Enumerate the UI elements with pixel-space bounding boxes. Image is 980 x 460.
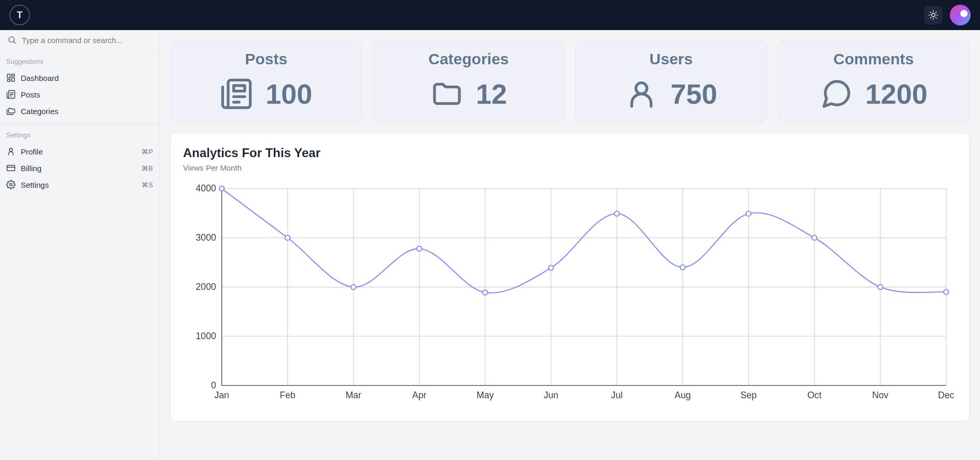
svg-point-69	[680, 265, 685, 270]
svg-point-72	[878, 285, 883, 289]
user-icon	[625, 77, 658, 110]
shortcut: ⌘P	[142, 148, 153, 156]
svg-rect-19	[7, 165, 15, 171]
folders-icon	[6, 106, 16, 116]
sidebar-item-settings[interactable]: Settings ⌘S	[0, 176, 159, 193]
app-logo[interactable]: T	[9, 5, 30, 25]
svg-text:Aug: Aug	[675, 390, 691, 400]
svg-rect-22	[234, 86, 245, 91]
credit-card-icon	[6, 163, 16, 173]
stat-card-users[interactable]: Users 750	[575, 40, 767, 122]
stat-title: Posts	[183, 50, 349, 68]
svg-text:Oct: Oct	[807, 390, 822, 400]
sidebar-item-billing[interactable]: Billing ⌘B	[0, 160, 159, 176]
svg-point-25	[636, 83, 647, 94]
newspaper-icon	[6, 90, 16, 99]
svg-rect-14	[7, 79, 10, 81]
sidebar: Suggestions Dashboard Posts	[0, 30, 160, 460]
stat-value: 1200	[865, 78, 928, 110]
stat-title: Categories	[386, 50, 552, 68]
sidebar-item-label: Billing	[21, 164, 41, 173]
stat-title: Users	[588, 50, 754, 68]
search-input[interactable]	[22, 36, 152, 45]
svg-rect-12	[12, 74, 15, 76]
svg-text:Mar: Mar	[345, 390, 361, 400]
svg-text:3000: 3000	[196, 232, 216, 243]
svg-text:Jul: Jul	[611, 390, 623, 400]
section-label-suggestions: Suggestions	[0, 50, 159, 69]
line-chart: 01000200030004000JanFebMarAprMayJunJulAu…	[183, 182, 957, 409]
svg-line-10	[13, 41, 15, 43]
svg-point-64	[351, 285, 356, 289]
search-icon	[7, 35, 17, 45]
svg-text:Jan: Jan	[214, 390, 229, 400]
svg-text:Feb: Feb	[279, 390, 296, 400]
svg-point-66	[483, 290, 487, 295]
svg-point-70	[746, 211, 751, 216]
stat-value: 12	[476, 78, 507, 110]
sidebar-item-label: Dashboard	[21, 74, 59, 82]
stats-row: Posts 100 Categories	[170, 40, 970, 122]
svg-point-0	[932, 13, 935, 17]
search-row[interactable]	[0, 30, 159, 50]
svg-line-4	[936, 18, 936, 18]
sidebar-item-label: Settings	[21, 180, 49, 189]
stat-value: 100	[265, 78, 312, 110]
sidebar-item-label: Posts	[21, 90, 40, 99]
sidebar-item-profile[interactable]: Profile ⌘P	[0, 143, 159, 160]
shortcut: ⌘S	[142, 181, 153, 189]
stat-card-posts[interactable]: Posts 100	[170, 40, 362, 122]
svg-point-67	[549, 266, 553, 270]
gear-icon	[6, 180, 16, 189]
svg-point-18	[9, 148, 12, 151]
sun-icon	[928, 10, 939, 20]
sidebar-item-label: Profile	[21, 147, 43, 156]
svg-point-65	[417, 246, 422, 251]
theme-toggle[interactable]	[924, 6, 943, 24]
newspaper-icon	[220, 77, 253, 110]
svg-point-73	[944, 289, 948, 294]
stat-card-comments[interactable]: Comments 1200	[778, 40, 970, 122]
sidebar-item-posts[interactable]: Posts	[0, 86, 159, 103]
svg-line-8	[936, 12, 936, 12]
svg-text:Sep: Sep	[740, 390, 757, 400]
section-label-settings: Settings	[0, 124, 159, 143]
svg-point-62	[219, 186, 224, 191]
svg-line-3	[930, 12, 931, 12]
stat-card-categories[interactable]: Categories 12	[373, 40, 565, 122]
sidebar-item-categories[interactable]: Categories	[0, 103, 159, 119]
svg-point-63	[285, 235, 290, 240]
svg-rect-13	[12, 78, 15, 81]
shortcut: ⌘B	[142, 164, 153, 172]
svg-text:2000: 2000	[196, 282, 216, 292]
svg-text:Nov: Nov	[872, 390, 889, 400]
svg-text:4000: 4000	[196, 183, 216, 193]
svg-point-68	[614, 211, 619, 216]
sidebar-item-dashboard[interactable]: Dashboard	[0, 69, 159, 86]
svg-rect-11	[7, 74, 10, 78]
svg-text:Apr: Apr	[412, 390, 427, 400]
user-icon	[6, 147, 16, 156]
svg-line-7	[930, 18, 931, 18]
stat-title: Comments	[791, 50, 957, 68]
chart-subtitle: Views Per Month	[183, 163, 957, 172]
folder-icon	[430, 77, 464, 110]
svg-text:Dec: Dec	[938, 390, 955, 400]
comment-icon	[820, 77, 853, 110]
sidebar-item-label: Categories	[21, 107, 59, 116]
chart-card: Analytics For This Year Views Per Month …	[170, 133, 970, 422]
svg-text:0: 0	[211, 380, 216, 391]
svg-point-71	[812, 235, 817, 240]
stat-value: 750	[670, 78, 717, 110]
svg-point-21	[10, 184, 12, 186]
chart-title: Analytics For This Year	[183, 146, 957, 160]
svg-text:May: May	[477, 390, 494, 400]
svg-text:Jun: Jun	[543, 390, 558, 400]
logo-letter: T	[17, 10, 23, 21]
avatar[interactable]	[950, 5, 971, 25]
topbar: T	[0, 0, 980, 30]
dashboard-icon	[6, 73, 16, 82]
main-content: Posts 100 Categories	[160, 30, 980, 460]
svg-text:1000: 1000	[196, 331, 216, 341]
